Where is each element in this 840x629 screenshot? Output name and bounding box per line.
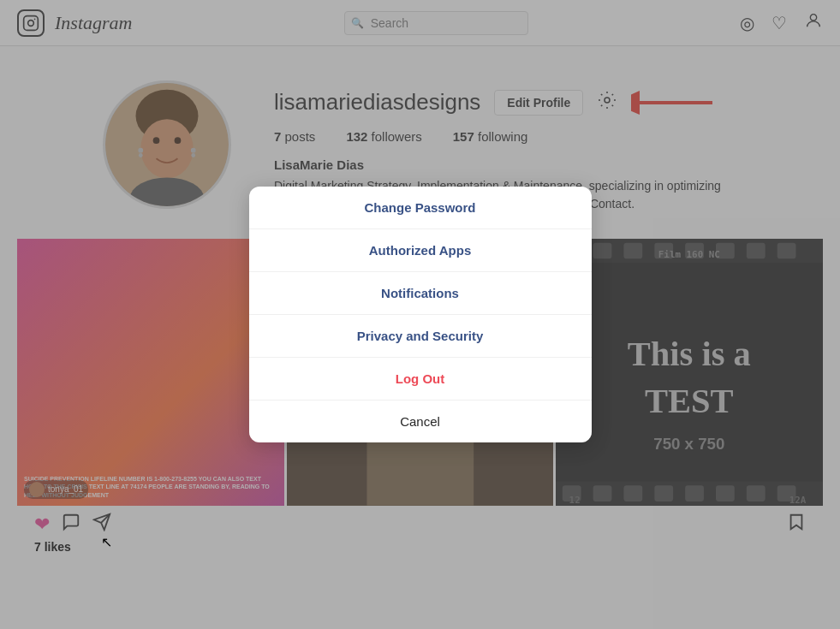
modal-overlay[interactable]: Change Password Authorized Apps <box>0 0 840 629</box>
privacy-security-button[interactable]: Privacy and Security <box>249 315 592 358</box>
cancel-button[interactable]: Cancel <box>249 401 592 442</box>
change-password-button[interactable]: Change Password <box>249 187 592 229</box>
authorized-apps-button[interactable]: Authorized Apps <box>249 229 592 272</box>
settings-dropdown: Change Password Authorized Apps <box>249 187 592 442</box>
notifications-button[interactable]: Notifications <box>249 272 592 315</box>
logout-button[interactable]: Log Out <box>249 358 592 401</box>
